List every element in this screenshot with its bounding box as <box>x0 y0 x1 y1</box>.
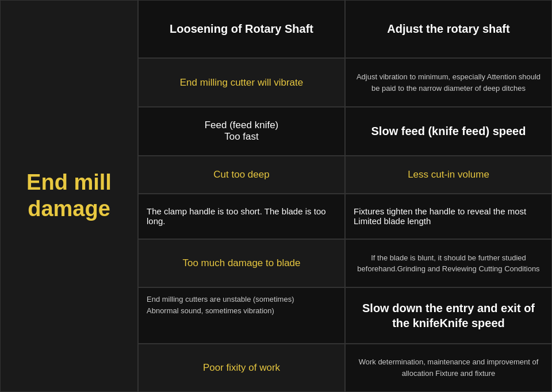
header-col1-text: Loosening of Rotary Shaft <box>170 22 313 36</box>
row5-col2: If the blade is blunt, it should be furt… <box>345 239 552 287</box>
row1-col1-text: End milling cutter will vibrate <box>180 77 303 89</box>
row1-col1: End milling cutter will vibrate <box>138 58 345 106</box>
row4-col2-text: Fixtures tighten the handle to reveal th… <box>354 206 543 226</box>
row6-col1-line2: Abnormal sound, sometimes vibration) <box>147 305 274 317</box>
row5-col1: Too much damage to blade <box>138 239 345 287</box>
row6-col1-line1: End milling cutters are unstable (someti… <box>147 294 294 305</box>
row3-col2-text: Less cut-in volume <box>408 169 489 180</box>
row7-col2: Work determination, maintenance and impr… <box>345 344 552 392</box>
row2-col1-text: Feed (feed knife)Too fast <box>205 120 279 143</box>
row3-col1: Cut too deep <box>138 156 345 193</box>
row4-col1-text: The clamp handle is too short. The blade… <box>147 206 336 226</box>
row7-col1: Poor fixity of work <box>138 344 345 392</box>
row4-col2: Fixtures tighten the handle to reveal th… <box>345 194 552 239</box>
title-line2: damage <box>28 197 110 221</box>
row2-col1: Feed (feed knife)Too fast <box>138 107 345 156</box>
left-header: End mill damage <box>0 0 138 392</box>
title-line1: End mill <box>26 170 112 194</box>
row2-col2-text: Slow feed (knife feed) speed <box>371 124 526 139</box>
header-col2-text: Adjust the rotary shaft <box>387 22 509 36</box>
row7-col1-text: Poor fixity of work <box>203 362 280 374</box>
header-col1: Loosening of Rotary Shaft <box>138 0 345 58</box>
table-grid: Loosening of Rotary Shaft Adjust the rot… <box>138 0 552 392</box>
table-section: Loosening of Rotary Shaft Adjust the rot… <box>138 0 552 392</box>
row1-col2: Adjust vibration to minimum, especially … <box>345 58 552 106</box>
row6-col2: Slow down the entry and exit of the knif… <box>345 287 552 343</box>
page-wrapper: End mill damage Loosening of Rotary Shaf… <box>0 0 552 392</box>
row3-col1-text: Cut too deep <box>213 169 269 180</box>
row3-col2: Less cut-in volume <box>345 156 552 193</box>
main-title: End mill damage <box>26 170 112 222</box>
row5-col2-text: If the blade is blunt, it should be furt… <box>354 252 543 275</box>
row4-col1: The clamp handle is too short. The blade… <box>138 194 345 239</box>
row5-col1-text: Too much damage to blade <box>182 258 300 269</box>
row6-col1: End milling cutters are unstable (someti… <box>138 287 345 343</box>
row1-col2-text: Adjust vibration to minimum, especially … <box>354 71 543 94</box>
header-col2: Adjust the rotary shaft <box>345 0 552 58</box>
row6-col2-text: Slow down the entry and exit of the knif… <box>354 301 543 330</box>
row7-col2-text: Work determination, maintenance and impr… <box>354 356 543 379</box>
row2-col2: Slow feed (knife feed) speed <box>345 107 552 156</box>
